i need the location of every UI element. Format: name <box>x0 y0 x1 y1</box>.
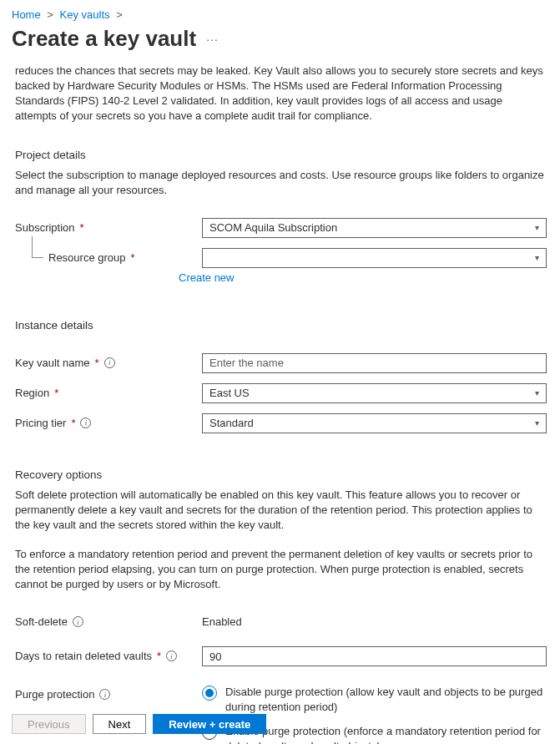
page-title-row: Create a key vault ··· <box>0 24 560 63</box>
subscription-label: Subscription* <box>15 218 202 234</box>
resource-group-select[interactable]: ▾ <box>202 248 547 268</box>
project-details-heading: Project details <box>15 149 547 161</box>
breadcrumb-sep: > <box>116 8 123 21</box>
chevron-down-icon: ▾ <box>535 253 539 262</box>
info-icon[interactable]: i <box>80 418 91 428</box>
pricing-tier-label: Pricing tier* i <box>15 413 202 429</box>
create-new-link[interactable]: Create new <box>179 271 234 284</box>
intro-text: reduces the chances that secrets may be … <box>15 63 547 124</box>
more-actions-icon[interactable]: ··· <box>206 33 219 46</box>
recovery-para1: Soft delete protection will automaticall… <box>15 488 547 533</box>
days-retain-label: Days to retain deleted vaults* i <box>15 646 202 662</box>
breadcrumb: Home > Key vaults > <box>0 0 560 24</box>
soft-delete-label: Soft-delete i <box>15 612 202 628</box>
recovery-para2: To enforce a mandatory retention period … <box>15 547 547 592</box>
previous-button: Previous <box>12 714 86 734</box>
chevron-down-icon: ▾ <box>535 418 539 428</box>
breadcrumb-home[interactable]: Home <box>12 8 41 21</box>
review-create-button[interactable]: Review + create <box>153 714 266 734</box>
purge-enable-label: Enable purge protection (enforce a manda… <box>225 724 547 744</box>
days-retain-input[interactable] <box>202 646 547 666</box>
purge-disable-radio[interactable]: Disable purge protection (allow key vaul… <box>202 685 547 714</box>
project-details-subtext: Select the subscription to manage deploy… <box>15 168 547 198</box>
info-icon[interactable]: i <box>104 357 115 368</box>
purge-protection-label: Purge protection i <box>15 685 202 701</box>
purge-disable-label: Disable purge protection (allow key vaul… <box>225 685 547 714</box>
breadcrumb-keyvaults[interactable]: Key vaults <box>60 8 110 21</box>
keyvault-name-input[interactable] <box>202 353 547 373</box>
keyvault-name-label: Key vault name* i <box>15 353 202 369</box>
region-select[interactable]: East US ▾ <box>202 383 547 403</box>
instance-details-heading: Instance details <box>15 319 547 332</box>
info-icon[interactable]: i <box>73 616 83 627</box>
recovery-options-heading: Recovery options <box>15 468 547 481</box>
breadcrumb-sep: > <box>47 8 53 21</box>
indent-line <box>32 236 43 258</box>
info-icon[interactable]: i <box>166 650 177 661</box>
info-icon[interactable]: i <box>99 689 110 700</box>
pricing-tier-select[interactable]: Standard ▾ <box>202 413 547 433</box>
region-label: Region* <box>15 383 202 399</box>
subscription-select[interactable]: SCOM Aquila Subscription ▾ <box>202 218 547 238</box>
resource-group-label: Resource group* <box>48 248 202 264</box>
next-button[interactable]: Next <box>93 714 147 734</box>
footer-actions: Previous Next Review + create <box>12 714 266 734</box>
radio-icon <box>202 686 217 701</box>
page-title: Create a key vault <box>12 26 196 52</box>
chevron-down-icon: ▾ <box>535 388 539 397</box>
soft-delete-value: Enabled <box>202 612 547 628</box>
chevron-down-icon: ▾ <box>535 223 539 232</box>
